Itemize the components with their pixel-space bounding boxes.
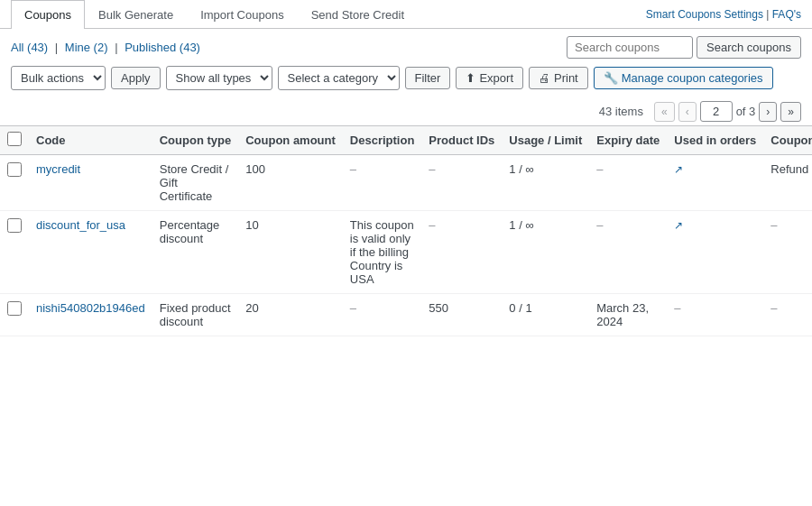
row2-check-cell — [0, 211, 29, 294]
row1-type-cell: Store Credit / Gift Certificate — [152, 155, 238, 211]
row2-cat-dash: – — [770, 218, 777, 232]
row1-used-orders-cell: ↗ — [667, 155, 763, 211]
row1-amount-cell: 100 — [238, 155, 343, 211]
count-separator-2: | — [115, 41, 121, 54]
show-all-types-select[interactable]: Show all types — [166, 66, 272, 90]
row2-desc-cell: This coupon is valid only if the billing… — [343, 211, 422, 294]
row1-expiry-dash: – — [596, 162, 603, 176]
col-header-coupon-amount: Coupon amount — [238, 126, 343, 155]
row3-desc-cell: – — [343, 294, 422, 336]
row1-categories-cell: Refund — [763, 155, 812, 211]
row1-product-ids-cell: – — [421, 155, 502, 211]
page-number-input[interactable] — [700, 101, 733, 122]
tab-coupons[interactable]: Coupons — [11, 0, 85, 29]
mine-count-link[interactable]: Mine (2) — [65, 41, 108, 54]
row2-checkbox[interactable] — [7, 218, 22, 233]
row2-external-link-icon[interactable]: ↗ — [674, 219, 683, 232]
row3-type-cell: Fixed product discount — [152, 294, 238, 336]
row3-check-cell — [0, 294, 29, 336]
row3-checkbox[interactable] — [7, 301, 22, 316]
check-all-checkbox[interactable] — [7, 132, 22, 146]
manage-coupon-categories-button[interactable]: 🔧 Manage coupon categories — [594, 67, 773, 89]
row2-type-cell: Percentage discount — [152, 211, 238, 294]
col-header-usage-limit: Usage / Limit — [502, 126, 589, 155]
row1-code-link[interactable]: mycredit — [36, 162, 80, 176]
all-count-link[interactable]: All (43) — [11, 41, 48, 54]
row2-amount-cell: 10 — [238, 211, 343, 294]
print-label: Print — [554, 71, 578, 85]
print-icon: 🖨 — [539, 71, 550, 85]
row3-expiry-cell: March 23, 2024 — [589, 294, 667, 336]
row2-pids-dash: – — [429, 218, 435, 232]
row2-product-ids-cell: – — [421, 211, 502, 294]
row3-categories-cell: – — [763, 294, 812, 336]
bulk-actions-select[interactable]: Bulk actions — [11, 66, 106, 90]
top-right-links: Smart Coupons Settings | FAQ's — [646, 8, 801, 21]
row1-code-cell: mycredit — [29, 155, 152, 211]
row3-cat-dash: – — [770, 301, 777, 315]
col-header-used-in-orders: Used in orders — [667, 126, 763, 155]
row1-pids-dash: – — [429, 162, 435, 176]
row3-usage-cell: 0 / 1 — [502, 294, 589, 336]
row1-checkbox[interactable] — [7, 162, 22, 177]
col-header-description: Description — [343, 126, 422, 155]
pagination-bar: 43 items « ‹ of 3 › » — [0, 97, 812, 125]
first-page-button[interactable]: « — [654, 102, 675, 122]
row2-expiry-cell: – — [589, 211, 667, 294]
prev-page-button[interactable]: ‹ — [678, 102, 697, 122]
apply-button[interactable]: Apply — [111, 67, 161, 89]
last-page-button[interactable]: » — [780, 102, 801, 122]
print-button[interactable]: 🖨 Print — [529, 67, 588, 89]
row1-external-link-icon[interactable]: ↗ — [674, 163, 683, 176]
col-header-product-ids: Product IDs — [421, 126, 502, 155]
smart-coupons-settings-link[interactable]: Smart Coupons Settings — [646, 8, 763, 21]
row1-desc-cell: – — [343, 155, 422, 211]
filter-button[interactable]: Filter — [405, 67, 451, 89]
subheader: All (43) | Mine (2) | Published (43) Sea… — [0, 29, 812, 62]
count-separator-1: | — [55, 41, 61, 54]
row3-orders-dash: – — [674, 301, 680, 315]
row1-usage-cell: 1 / ∞ — [502, 155, 589, 211]
row2-usage-cell: 1 / ∞ — [502, 211, 589, 294]
next-page-button[interactable]: › — [759, 102, 777, 122]
row1-expiry-cell: – — [589, 155, 667, 211]
row3-used-orders-cell: – — [667, 294, 763, 336]
export-icon: ⬆ — [466, 71, 475, 85]
coupon-table: Code Coupon type Coupon amount Descripti… — [0, 125, 812, 336]
row3-code-cell: nishi540802b1946ed — [29, 294, 152, 336]
select-category-select[interactable]: Select a category — [278, 66, 400, 90]
count-links: All (43) | Mine (2) | Published (43) — [11, 41, 200, 54]
col-header-expiry-date: Expiry date — [589, 126, 667, 155]
col-header-coupon-type: Coupon type — [152, 126, 238, 155]
export-button[interactable]: ⬆ Export — [456, 67, 523, 89]
row2-expiry-dash: – — [596, 218, 603, 232]
row2-code-cell: discount_for_usa — [29, 211, 152, 294]
nav-tabs: Coupons Bulk Generate Import Coupons Sen… — [0, 0, 812, 29]
tab-send-store-credit[interactable]: Send Store Credit — [298, 0, 418, 29]
row3-amount-cell: 20 — [238, 294, 343, 336]
manage-label: Manage coupon categories — [622, 71, 763, 85]
published-count-link[interactable]: Published (43) — [125, 41, 200, 54]
row3-desc-dash: – — [350, 301, 356, 315]
search-button[interactable]: Search coupons — [697, 36, 801, 59]
row1-desc-dash: – — [350, 162, 356, 176]
faq-link[interactable]: FAQ's — [772, 8, 801, 21]
col-header-coupon-categories: Coupon categories — [763, 126, 812, 155]
col-header-code: Code — [29, 126, 152, 155]
tab-import-coupons[interactable]: Import Coupons — [187, 0, 298, 29]
row3-code-link[interactable]: nishi540802b1946ed — [36, 301, 145, 315]
table-row: mycredit Store Credit / Gift Certificate… — [0, 155, 812, 211]
table-row: nishi540802b1946ed Fixed product discoun… — [0, 294, 812, 336]
row3-product-ids-cell: 550 — [421, 294, 502, 336]
search-area: Search coupons — [567, 36, 801, 59]
manage-icon: 🔧 — [604, 71, 618, 85]
row2-categories-cell: – — [763, 211, 812, 294]
row1-check-cell — [0, 155, 29, 211]
tab-bulk-generate[interactable]: Bulk Generate — [85, 0, 187, 29]
search-input[interactable] — [567, 36, 693, 59]
page-of-label: of 3 — [736, 105, 756, 118]
row2-used-orders-cell: ↗ — [667, 211, 763, 294]
row2-code-link[interactable]: discount_for_usa — [36, 218, 125, 232]
check-all-header — [0, 126, 29, 155]
filter-bar: Bulk actions Apply Show all types Select… — [0, 62, 812, 97]
